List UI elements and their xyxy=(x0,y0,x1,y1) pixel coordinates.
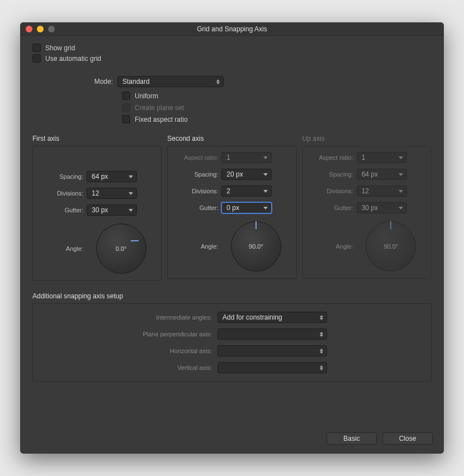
second-axis-group: Aspect ratio: 1 Spacing: 20 px xyxy=(167,146,296,279)
mode-value: Standard xyxy=(122,78,216,85)
axis3-angle-dial: 90.0° xyxy=(366,221,416,272)
second-axis-title: Second axis xyxy=(167,135,296,142)
mode-row: Mode: Standard xyxy=(32,76,432,87)
up-axis-title: Up axis xyxy=(302,135,432,142)
axis3-aspect-select: 1 xyxy=(357,152,407,163)
axis2-divisions-label: Divisions: xyxy=(173,188,221,194)
chevron-down-icon xyxy=(399,207,403,210)
perpendicular-axis-select[interactable] xyxy=(217,329,327,340)
titlebar: Grid and Snapping Axis xyxy=(20,22,444,36)
axis2-aspect-select: 1 xyxy=(221,152,272,163)
axis2-gutter-label: Gutter: xyxy=(173,204,221,211)
chevron-down-icon xyxy=(129,209,133,212)
mode-select[interactable]: Standard xyxy=(117,76,224,87)
first-axis-group: Spacing: 64 px Divisions: 12 xyxy=(32,146,162,281)
chevron-down-icon xyxy=(129,192,133,195)
axis2-angle-dial[interactable]: 90.0° xyxy=(231,221,281,272)
axes-container: First axis Spacing: 64 px Divisions: 12 xyxy=(32,135,432,281)
auto-grid-label: Use automatic grid xyxy=(45,55,101,63)
show-grid-label: Show grid xyxy=(45,44,75,52)
axis2-aspect-label: Aspect ratio: xyxy=(173,154,221,161)
first-axis: First axis Spacing: 64 px Divisions: 12 xyxy=(32,135,162,281)
chevron-down-icon xyxy=(263,156,268,159)
window-title: Grid and Snapping Axis xyxy=(20,25,444,33)
dialog-footer: Basic Close xyxy=(20,427,444,454)
chevron-down-icon xyxy=(399,156,403,159)
mode-label: Mode: xyxy=(32,78,117,85)
mode-sub-options: Uniform Create plane set Fixed aspect ra… xyxy=(122,92,432,127)
fixed-aspect-label: Fixed aspect ratio xyxy=(135,116,188,123)
axis3-divisions-select: 12 xyxy=(357,185,407,197)
close-button[interactable]: Close xyxy=(382,432,433,445)
axis2-gutter-select[interactable]: 0 px xyxy=(221,202,272,213)
chevron-down-icon xyxy=(399,190,403,193)
fixed-aspect-checkbox[interactable] xyxy=(122,115,130,123)
axis3-gutter-select: 30 px xyxy=(357,202,407,213)
dialog-window: Grid and Snapping Axis Show grid Use aut… xyxy=(20,22,444,454)
axis1-gutter-select[interactable]: 30 px xyxy=(87,204,137,216)
axis3-spacing-select: 64 px xyxy=(357,169,407,180)
basic-button[interactable]: Basic xyxy=(326,432,377,445)
uniform-label: Uniform xyxy=(135,92,158,100)
first-axis-title: First axis xyxy=(32,135,162,142)
updown-icon xyxy=(216,79,220,84)
axis2-spacing-label: Spacing: xyxy=(173,171,221,178)
create-plane-checkbox xyxy=(122,103,130,112)
snap-section-title: Additional snapping axis setup xyxy=(32,292,432,300)
chevron-down-icon xyxy=(263,173,268,176)
uniform-checkbox[interactable] xyxy=(122,92,130,100)
vertical-axis-label: Vertical axis: xyxy=(39,364,217,371)
intermediate-angles-label: Intermediate angles: xyxy=(39,314,217,321)
axis2-angle-label: Angle: xyxy=(173,243,221,250)
axis3-angle-label: Angle: xyxy=(309,243,357,250)
vertical-axis-select[interactable] xyxy=(217,362,327,373)
snap-group: Intermediate angles: Add for constrainin… xyxy=(32,303,432,382)
chevron-down-icon xyxy=(399,173,403,176)
intermediate-angles-select[interactable]: Add for constraining xyxy=(217,312,327,323)
updown-icon xyxy=(320,332,323,337)
updown-icon xyxy=(320,349,323,354)
axis1-divisions-label: Divisions: xyxy=(39,190,87,197)
second-axis: Second axis Aspect ratio: 1 Spacing: 20 … xyxy=(167,135,296,281)
axis3-aspect-label: Aspect ratio: xyxy=(309,154,357,161)
dialog-content: Show grid Use automatic grid Mode: Stand… xyxy=(20,36,444,427)
auto-grid-row: Use automatic grid xyxy=(32,54,432,63)
horizontal-axis-label: Horizontal axis: xyxy=(39,348,217,354)
axis2-divisions-select[interactable]: 2 xyxy=(221,185,272,197)
axis2-spacing-select[interactable]: 20 px xyxy=(221,169,272,180)
dial-needle xyxy=(131,240,139,241)
show-grid-row: Show grid xyxy=(32,44,432,52)
up-axis: Up axis Aspect ratio: 1 Spacing: 64 px xyxy=(302,135,432,281)
axis1-angle-dial[interactable]: 0.0° xyxy=(96,223,146,274)
auto-grid-checkbox[interactable] xyxy=(32,54,41,63)
axis3-spacing-label: Spacing: xyxy=(309,171,357,178)
dial-needle xyxy=(255,221,257,229)
axis1-angle-label: Angle: xyxy=(39,245,87,252)
axis1-spacing-select[interactable]: 64 px xyxy=(87,171,137,182)
chevron-down-icon xyxy=(263,190,268,193)
updown-icon xyxy=(320,365,323,370)
updown-icon xyxy=(320,315,323,320)
axis1-divisions-select[interactable]: 12 xyxy=(87,188,137,199)
axis3-gutter-label: Gutter: xyxy=(309,204,357,211)
axis1-spacing-label: Spacing: xyxy=(39,173,87,180)
up-axis-group: Aspect ratio: 1 Spacing: 64 px xyxy=(302,146,432,279)
perpendicular-axis-label: Plane perpendicular axis: xyxy=(39,331,217,337)
show-grid-checkbox[interactable] xyxy=(32,44,41,52)
chevron-down-icon xyxy=(263,207,268,210)
create-plane-label: Create plane set xyxy=(135,104,184,112)
axis3-divisions-label: Divisions: xyxy=(309,188,357,194)
dial-needle xyxy=(390,221,391,229)
chevron-down-icon xyxy=(129,175,133,178)
axis1-gutter-label: Gutter: xyxy=(39,207,87,213)
horizontal-axis-select[interactable] xyxy=(217,345,327,356)
